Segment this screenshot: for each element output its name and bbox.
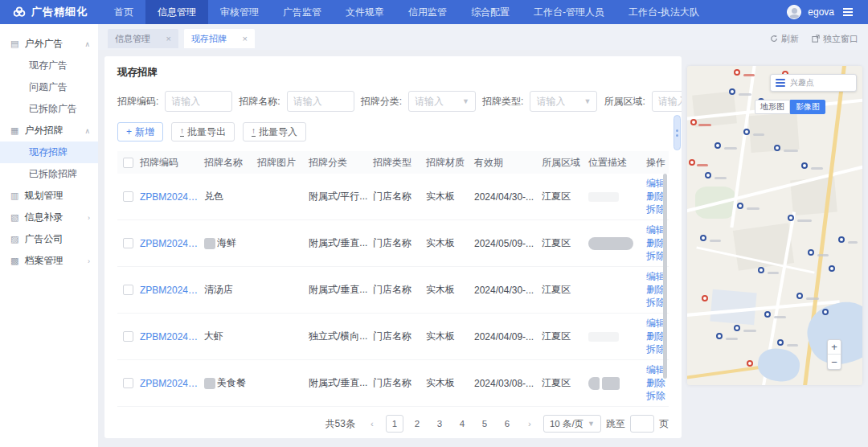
- topnav-right: egova: [787, 5, 868, 19]
- table-scrollbar[interactable]: [663, 174, 667, 379]
- page-button-4[interactable]: 4: [453, 415, 471, 433]
- page-button-3[interactable]: 3: [431, 415, 448, 433]
- map-marker[interactable]: [758, 267, 764, 273]
- nav-item-文件规章[interactable]: 文件规章: [334, 0, 396, 24]
- filter-input[interactable]: 请输入: [287, 91, 354, 112]
- zoom-in-button[interactable]: +: [828, 340, 841, 355]
- page-button-6[interactable]: 6: [498, 415, 516, 433]
- filter-select[interactable]: 请输入▼: [408, 91, 476, 112]
- nav-item-首页[interactable]: 首页: [102, 0, 145, 24]
- nav-item-工作台-管理人员[interactable]: 工作台-管理人员: [522, 0, 616, 24]
- sidebar-group-户外招牌[interactable]: ▦户外招牌∧: [0, 120, 98, 141]
- batch-import-button[interactable]: ↑批量导入: [243, 122, 306, 141]
- row-checkbox[interactable]: [123, 191, 133, 202]
- row-checkbox[interactable]: [123, 285, 133, 295]
- sidebar-item-已拆除广告[interactable]: 已拆除广告: [0, 98, 98, 120]
- filter-select[interactable]: 请输入▼: [652, 91, 682, 112]
- signboard-code-link[interactable]: ZPBM20240...: [138, 238, 203, 249]
- action-删除[interactable]: 删除: [646, 377, 669, 389]
- sidebar-group-规划管理[interactable]: ▥规划管理: [0, 185, 98, 207]
- signboard-code-link[interactable]: ZPBM20240...: [138, 331, 203, 342]
- nav-item-广告监管[interactable]: 广告监管: [271, 0, 334, 24]
- image-map-button[interactable]: 影像图: [790, 100, 825, 114]
- page-size-select[interactable]: 10 条/页 ▼: [543, 415, 601, 433]
- user-avatar[interactable]: [787, 5, 801, 19]
- map-marker[interactable]: [737, 203, 743, 209]
- row-checkbox[interactable]: [123, 378, 133, 388]
- page-button-5[interactable]: 5: [476, 415, 493, 433]
- page-button-1[interactable]: 1: [386, 415, 403, 433]
- nav-item-工作台-执法大队[interactable]: 工作台-执法大队: [616, 0, 711, 24]
- panel-collapse-handle[interactable]: [674, 115, 681, 150]
- close-icon[interactable]: ×: [166, 34, 171, 43]
- standalone-window-button[interactable]: 独立窗口: [812, 33, 858, 45]
- username[interactable]: egova: [808, 6, 834, 18]
- refresh-button[interactable]: 刷新: [770, 33, 799, 45]
- map-shape: [739, 93, 751, 96]
- row-checkbox[interactable]: [123, 238, 133, 248]
- nav-item-综合配置[interactable]: 综合配置: [459, 0, 522, 24]
- map-marker[interactable]: [829, 265, 835, 272]
- add-button[interactable]: +新增: [117, 122, 163, 141]
- signboard-code-link[interactable]: ZPBM20240...: [138, 378, 203, 389]
- map-shape: [817, 254, 829, 256]
- map-marker[interactable]: [822, 309, 829, 315]
- map-marker[interactable]: [774, 145, 780, 151]
- map-marker[interactable]: [705, 172, 711, 178]
- zoom-out-button[interactable]: −: [828, 355, 841, 369]
- nav-item-信用监管[interactable]: 信用监管: [396, 0, 459, 24]
- filter-input[interactable]: 请输入: [165, 91, 232, 112]
- map-marker[interactable]: [702, 295, 708, 301]
- map-marker[interactable]: [801, 162, 808, 169]
- sidebar-group-广告公司[interactable]: ▨广告公司: [0, 228, 98, 250]
- signboard-code-link[interactable]: ZPBM20240...: [138, 285, 203, 296]
- action-拆除[interactable]: 拆除: [646, 390, 669, 402]
- map-marker[interactable]: [838, 236, 845, 243]
- batch-export-button[interactable]: ↑批量导出: [171, 122, 235, 141]
- jump-page-input[interactable]: [630, 415, 654, 433]
- map-marker[interactable]: [764, 311, 771, 318]
- map-panel[interactable]: 兴趣点 地形图 影像图 + −: [687, 66, 862, 385]
- sidebar-item-现存招牌[interactable]: 现存招牌: [0, 141, 98, 163]
- map-marker[interactable]: [714, 142, 721, 149]
- sidebar-group-label: 档案管理: [24, 254, 63, 268]
- map-marker[interactable]: [788, 215, 794, 221]
- map-marker[interactable]: [690, 119, 697, 125]
- jump-prefix-label: 跳至: [606, 417, 625, 431]
- map-marker[interactable]: [689, 159, 695, 166]
- filter-select[interactable]: 请输入▼: [530, 91, 597, 112]
- map-menu-icon[interactable]: [776, 79, 785, 87]
- map-marker[interactable]: [729, 88, 735, 95]
- sidebar-group-档案管理[interactable]: ▩档案管理›: [0, 250, 98, 272]
- map-marker[interactable]: [734, 69, 740, 76]
- map-marker[interactable]: [777, 339, 784, 346]
- map-marker[interactable]: [700, 235, 706, 241]
- map-marker[interactable]: [716, 333, 723, 339]
- map-marker[interactable]: [747, 360, 753, 367]
- close-icon[interactable]: ×: [243, 34, 248, 43]
- select-all-checkbox[interactable]: [123, 158, 133, 168]
- nav-item-信息管理[interactable]: 信息管理: [145, 0, 208, 24]
- map-marker[interactable]: [734, 325, 740, 331]
- row-checkbox[interactable]: [123, 331, 133, 342]
- sidebar-group-信息补录[interactable]: ▧信息补录›: [0, 207, 98, 228]
- tab-信息管理[interactable]: 信息管理×: [108, 29, 178, 48]
- map-marker[interactable]: [743, 129, 750, 135]
- signboard-code-link[interactable]: ZPBM20240...: [138, 191, 203, 203]
- map-marker[interactable]: [796, 293, 803, 299]
- map-search-placeholder: 兴趣点: [790, 77, 814, 88]
- prev-page-button[interactable]: ‹: [363, 415, 381, 433]
- next-page-button[interactable]: ›: [521, 415, 538, 433]
- signboard-table: 招牌编码招牌名称招牌图片招牌分类招牌类型招牌材质有效期所属区域位置描述操作 ZP…: [117, 151, 669, 433]
- terrain-map-button[interactable]: 地形图: [755, 100, 790, 114]
- sidebar-item-已拆除招牌[interactable]: 已拆除招牌: [0, 163, 98, 185]
- page-button-2[interactable]: 2: [408, 415, 426, 433]
- map-marker[interactable]: [808, 249, 814, 256]
- tab-现存招牌[interactable]: 现存招牌×: [184, 29, 255, 48]
- menu-hamburger-icon[interactable]: [841, 6, 855, 18]
- nav-item-审核管理[interactable]: 审核管理: [208, 0, 271, 24]
- sidebar-item-问题广告[interactable]: 问题广告: [0, 76, 98, 98]
- sidebar-item-现存广告[interactable]: 现存广告: [0, 55, 98, 76]
- sidebar-group-户外广告[interactable]: ▤户外广告∧: [0, 33, 98, 55]
- map-search-box[interactable]: 兴趣点: [770, 74, 857, 92]
